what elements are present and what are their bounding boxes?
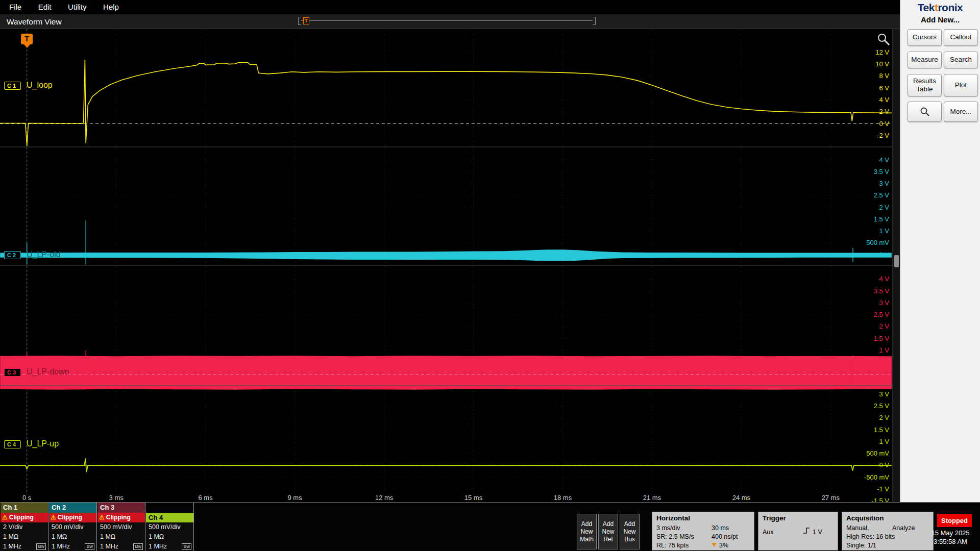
add-bus-line1: Add [624, 520, 635, 528]
axis-label-ch2: 500 mV [837, 239, 889, 246]
horizontal-resolution: 400 ns/pt [712, 533, 738, 540]
menu-help[interactable]: Help [96, 0, 126, 14]
axis-label-ch4: 500 mV [837, 449, 889, 457]
axis-label-ch3: 2 V [837, 322, 889, 330]
time-axis-label: 18 ms [547, 494, 578, 502]
system-date: 15 May 2025 [919, 529, 980, 537]
bandwidth-value: 1 MHz [3, 542, 21, 551]
delay-icon [712, 543, 717, 547]
add-ref-button[interactable]: AddNewRef [598, 514, 618, 549]
bandwidth-ch1: 1 MHzBw [1, 542, 48, 551]
axis-label-ch2: 3.5 V [837, 168, 889, 176]
time-axis-label: 21 ms [636, 494, 667, 502]
axis-label-ch4: 0 V [837, 461, 889, 469]
trigger-position-marker[interactable]: T [303, 17, 309, 24]
add-ref-line2: New [602, 528, 614, 535]
axis-label-ch1: 12 V [837, 48, 889, 56]
impedance-ch2: 1 MΩ [49, 532, 96, 542]
channel-tab-ch1[interactable]: Ch 1 [1, 503, 48, 513]
oscilloscope-app: File Edit Utility Help Waveform View T T… [0, 0, 980, 551]
menu-file[interactable]: File [2, 0, 29, 14]
scrollbar-handle[interactable] [894, 255, 899, 267]
rising-edge-icon [802, 527, 811, 535]
axis-label-ch3: 3 V [837, 299, 889, 307]
measure-button[interactable]: Measure [908, 52, 942, 68]
system-time: 3:55:58 AM [919, 538, 980, 545]
vertical-scrollbar[interactable] [893, 29, 900, 502]
cursors-button[interactable]: Cursors [908, 29, 942, 46]
clipping-warning-ch2: ⚠Clipping [49, 513, 96, 522]
axis-label-ch3: 1 V [837, 346, 889, 354]
warning-icon: ⚠ [51, 513, 56, 522]
menu-edit[interactable]: Edit [31, 0, 59, 14]
axis-label-ch4: 1 V [837, 438, 889, 445]
acquisition-single: Single: 1/1 [846, 542, 876, 549]
add-ref-line1: Add [603, 520, 614, 528]
axis-label-ch2: 1 V [837, 227, 889, 235]
plot-button[interactable]: Plot [944, 74, 978, 96]
axis-label-ch4: 2.5 V [837, 402, 889, 410]
add-math-button[interactable]: AddNewMath [577, 514, 597, 549]
channel-card-ch2[interactable]: Ch 2 ⚠Clipping 500 mV/div 1 MΩ 1 MHzBw [49, 503, 97, 551]
channel-selector-c1[interactable]: C 1 [4, 82, 21, 90]
channel-tab-ch2[interactable]: Ch 2 [49, 503, 96, 513]
acquisition-detail: High Res: 16 bits [846, 533, 895, 540]
time-axis-label: 15 ms [458, 494, 489, 502]
add-math-line3: Math [580, 536, 594, 543]
trigger-panel[interactable]: Trigger Aux 1 V [758, 512, 838, 550]
trigger-level-flag[interactable]: T [21, 34, 33, 44]
axis-label-ch2: 3 V [837, 180, 889, 187]
zoom-indicator-icon[interactable] [876, 32, 891, 47]
zoom-mode-button[interactable] [908, 102, 942, 122]
axis-label-ch2: 2 V [837, 204, 889, 211]
axis-label-ch1: 6 V [837, 84, 889, 92]
add-math-line2: New [580, 528, 593, 535]
bandwidth-value: 1 MHz [100, 542, 118, 551]
horizontal-title: Horizontal [656, 514, 690, 522]
logo-part1: Tek [918, 2, 935, 13]
time-axis-label: 0 s [12, 494, 42, 502]
search-button[interactable]: Search [944, 52, 978, 68]
channel-trace-label-ch4: U_LP-up [27, 439, 59, 448]
add-bus-button[interactable]: AddNewBus [620, 514, 640, 549]
bandwidth-limit-icon: Bw [133, 543, 143, 550]
channel-card-ch4[interactable]: Ch 4 500 mV/div 1 MΩ 1 MHzBw [146, 503, 194, 551]
time-axis-label: 12 ms [369, 494, 400, 502]
magnifier-icon [919, 106, 930, 117]
horizontal-panel[interactable]: Horizontal 3 ms/div 30 ms SR: 2.5 MS/s 4… [652, 512, 754, 550]
axis-label-ch4: 2 V [837, 414, 889, 421]
horizontal-sample-rate: SR: 2.5 MS/s [656, 533, 694, 540]
trigger-flag-pointer [24, 44, 30, 48]
acquisition-analyze: Analyze [892, 524, 915, 532]
time-axis-label: 9 ms [280, 494, 310, 502]
channel-tab-ch3[interactable]: Ch 3 [97, 503, 145, 513]
more-button[interactable]: More... [944, 102, 978, 122]
run-stop-status[interactable]: Stopped [937, 514, 972, 527]
channel-selector-c4[interactable]: C 4 [4, 440, 21, 448]
channel-card-ch3[interactable]: Ch 3 ⚠Clipping 500 mV/div 1 MΩ 1 MHzBw [97, 503, 145, 551]
channel-card-ch1[interactable]: Ch 1 ⚠Clipping 2 V/div 1 MΩ 1 MHzBw [1, 503, 48, 551]
tektronix-logo: Tektronix [900, 2, 980, 14]
channel-selector-c3[interactable]: C 3 [4, 368, 21, 377]
results-table-button[interactable]: Results Table [908, 74, 942, 96]
waveform-display-area[interactable] [0, 29, 893, 502]
channel-tab-spacer [146, 503, 193, 513]
horizontal-window: 30 ms [712, 524, 729, 532]
channel-tab-ch4[interactable]: Ch 4 [146, 513, 193, 522]
warning-icon: ⚠ [2, 513, 8, 522]
axis-label-ch1: 2 V [837, 108, 889, 115]
overview-track [301, 20, 593, 21]
menu-utility[interactable]: Utility [61, 0, 94, 14]
trigger-source: Aux [763, 529, 774, 536]
trigger-level: 1 V [813, 529, 822, 536]
channel-selector-c2[interactable]: C 2 [4, 251, 21, 259]
axis-label-ch3: 0 V [837, 370, 889, 378]
channel-trace-label-ch3: U_LP-down [27, 367, 69, 377]
horizontal-position-overview[interactable]: T [298, 17, 596, 25]
impedance-ch4: 1 MΩ [146, 532, 193, 542]
callout-button[interactable]: Callout [944, 29, 978, 46]
time-axis-label: 6 ms [190, 494, 221, 502]
bandwidth-value: 1 MHz [52, 542, 70, 551]
horizontal-scale: 3 ms/div [656, 524, 680, 532]
add-math-line1: Add [581, 520, 592, 528]
